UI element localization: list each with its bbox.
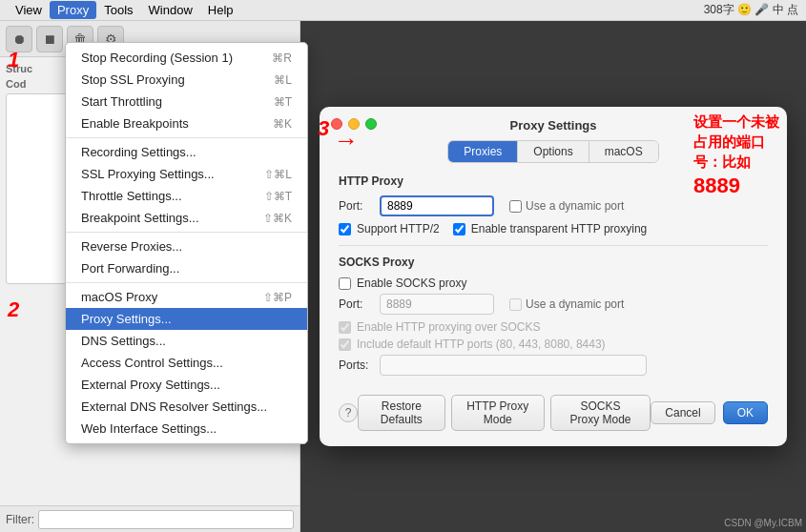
socks-dynamic-port-row: Use a dynamic port [509,297,624,311]
socks-ports-label: Ports: [339,358,372,372]
socks-include-default-checkbox[interactable] [339,338,351,351]
annotation-marker-1: 1 [8,48,19,72]
section-divider [339,245,768,246]
menu-item-macos-proxy[interactable]: macOS Proxy ⇧⌘P [66,286,307,308]
dialog-footer-left: ? [339,403,358,422]
annotation-text-block: 设置一个未被 占用的端口 号：比如 8889 [693,112,779,201]
http-dynamic-port-label: Use a dynamic port [526,199,624,213]
menu-item-stop-recording[interactable]: Stop Recording (Session 1) ⌘R [66,47,307,69]
dialog-tabs: Proxies Options macOS [447,140,658,163]
menubar: View Proxy Tools Window Help 308字 🙂 🎤 中 … [0,0,806,21]
socks-http-over-socks-checkbox[interactable] [339,321,351,334]
annotation-marker-3: 3 [318,116,329,141]
tab-proxies[interactable]: Proxies [448,141,518,162]
menu-item-recording-settings[interactable]: Recording Settings... [66,141,307,163]
annotation-arrow-3: → [334,126,359,155]
annotation-port: 8889 [693,174,740,197]
menu-sep-1 [66,137,307,138]
menu-window[interactable]: Window [141,1,200,19]
menu-item-enable-breakpoints[interactable]: Enable Breakpoints ⌘K [66,113,307,134]
menu-item-port-forwarding[interactable]: Port Forwarding... [66,257,307,279]
menu-item-access-control[interactable]: Access Control Settings... [66,352,307,374]
socks-ports-row: Ports: [339,355,768,376]
menu-sep-2 [66,232,307,233]
socks-port-row: Port: Use a dynamic port [339,294,768,315]
filter-label: Filter: [6,513,34,526]
menu-proxy[interactable]: Proxy [50,1,96,19]
socks-dynamic-port-label: Use a dynamic port [526,297,624,311]
maximize-button[interactable] [365,118,377,130]
proxy-dropdown-menu: Stop Recording (Session 1) ⌘R Stop SSL P… [65,42,308,444]
dialog-footer-right: Cancel OK [651,401,768,424]
menu-item-external-proxy[interactable]: External Proxy Settings... [66,374,307,396]
left-panel: 1 ⏺ ⏹ 🗑 ⚙ Struc Cod Filter: Stop Recordi… [0,21,300,532]
menu-item-proxy-settings[interactable]: Proxy Settings... [66,308,307,330]
http-support-http2-row: Support HTTP/2 Enable transparent HTTP p… [339,222,768,235]
menu-item-throttle-settings[interactable]: Throttle Settings... ⇧⌘T [66,185,307,207]
cancel-button[interactable]: Cancel [651,401,714,424]
menu-item-breakpoint-settings[interactable]: Breakpoint Settings... ⇧⌘K [66,207,307,229]
dialog-body: HTTP Proxy Port: Use a dynamic port Supp… [320,174,787,376]
dialog-footer: ? Restore Defaults HTTP Proxy Mode SOCKS… [320,383,787,431]
http-proxy-mode-button[interactable]: HTTP Proxy Mode [451,395,545,431]
menu-item-start-throttling[interactable]: Start Throttling ⌘T [66,91,307,113]
socks-enable-checkbox[interactable] [339,277,351,290]
http-dynamic-port-row: Use a dynamic port [509,199,624,213]
menu-item-external-dns[interactable]: External DNS Resolver Settings... [66,396,307,418]
tab-options[interactable]: Options [518,141,589,162]
menu-item-ssl-settings[interactable]: SSL Proxying Settings... ⇧⌘L [66,163,307,185]
socks-include-default-row: Include default HTTP ports (80, 443, 808… [339,338,768,351]
socks-http-over-socks-row: Enable HTTP proxying over SOCKS [339,320,768,334]
main-area: 1 ⏺ ⏹ 🗑 ⚙ Struc Cod Filter: Stop Recordi… [0,21,806,532]
restore-defaults-button[interactable]: Restore Defaults [358,395,445,431]
menu-tools[interactable]: Tools [96,1,140,19]
socks-dynamic-port-checkbox[interactable] [509,298,522,311]
ok-button[interactable]: OK [723,401,768,424]
menu-item-web-interface[interactable]: Web Interface Settings... [66,418,307,440]
socks-ports-input[interactable] [380,355,647,376]
socks-enable-label: Enable SOCKS proxy [357,276,466,290]
toolbar-stop-btn[interactable]: ⏹ [36,26,63,52]
socks-http-over-socks-label: Enable HTTP proxying over SOCKS [357,320,541,334]
menu-help[interactable]: Help [200,1,241,19]
annotation-line2: 占用的端口 [693,133,765,150]
menu-item-stop-ssl[interactable]: Stop SSL Proxying ⌘L [66,69,307,91]
socks-enable-row: Enable SOCKS proxy [339,276,768,290]
socks-include-default-label: Include default HTTP ports (80, 443, 808… [357,338,606,351]
menu-item-dns-settings[interactable]: DNS Settings... [66,330,307,352]
menu-sep-3 [66,282,307,283]
http-support-http2-checkbox[interactable] [339,223,351,235]
annotation-marker-2: 2 [8,297,19,322]
http-support-http2-label: Support HTTP/2 [357,222,440,235]
http-enable-transparent-checkbox[interactable] [453,223,465,235]
menu-item-reverse-proxies[interactable]: Reverse Proxies... [66,235,307,257]
annotation-line1: 设置一个未被 [693,113,779,130]
menu-view[interactable]: View [8,1,50,19]
tab-macos[interactable]: macOS [589,141,658,162]
help-button[interactable]: ? [339,403,358,422]
filter-bar: Filter: [0,505,300,532]
http-dynamic-port-checkbox[interactable] [509,200,522,213]
socks-port-input[interactable] [380,294,494,315]
filter-input[interactable] [38,510,294,529]
menubar-right-info: 308字 🙂 🎤 中 点 [704,2,798,18]
http-port-input[interactable] [380,195,494,216]
socks-proxy-mode-button[interactable]: SOCKS Proxy Mode [550,395,651,431]
dialog-footer-center: Restore Defaults HTTP Proxy Mode SOCKS P… [358,395,651,431]
socks-proxy-section-title: SOCKS Proxy [339,256,768,269]
annotation-line3: 号：比如 [693,153,751,170]
http-port-label: Port: [339,199,372,213]
socks-port-label: Port: [339,297,372,311]
dialog-overlay: Proxy Settings Proxies Options macOS HTT… [300,21,806,532]
http-enable-transparent-label: Enable transparent HTTP proxying [471,222,648,235]
